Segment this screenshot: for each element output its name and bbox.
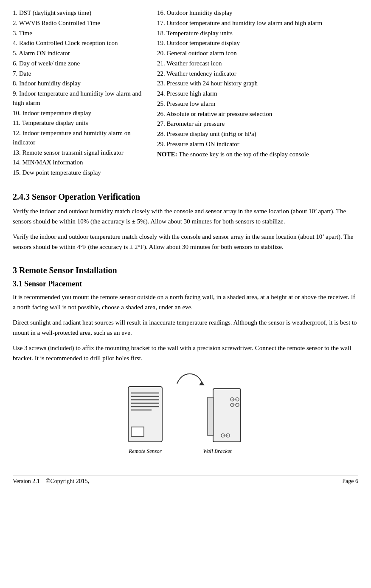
sensor-diagram: Remote Sensor Wall Br (13, 372, 358, 458)
right-col-item: 27. Barometer air pressure (157, 119, 358, 129)
left-col-item: 8. Indoor humidity display (13, 79, 153, 88)
right-col-item: 16. Outdoor humidity display (157, 8, 358, 18)
right-col-item: NOTE: The snooze key is on the top of th… (157, 150, 358, 159)
left-col-item: 5. Alarm ON indicator (13, 49, 153, 58)
right-col-item: 21. Weather forecast icon (157, 59, 358, 68)
remote-sensor-label: Remote Sensor (129, 448, 162, 455)
diagram-images: Remote Sensor Wall Br (126, 384, 245, 455)
right-col-item: 28. Pressure display unit (inHg or hPa) (157, 130, 358, 139)
wall-bracket-svg (190, 384, 245, 446)
right-col-item: 25. Pressure low alarm (157, 99, 358, 109)
footer-version: Version 2.1 ©Copyright 2015, (13, 478, 89, 485)
left-col-item: 11. Temperature display units (13, 119, 153, 128)
right-col-item: 17. Outdoor temperature and humidity low… (157, 19, 358, 28)
right-col-item: 19. Outdoor temperature display (157, 39, 358, 48)
left-col-item: 10. Indoor temperature display (13, 109, 153, 118)
left-col-item: 6. Day of week/ time zone (13, 59, 153, 68)
right-col-item: 22. Weather tendency indicator (157, 69, 358, 79)
footer-page: Page 6 (342, 478, 358, 485)
svg-rect-16 (208, 397, 214, 435)
left-col-item: 13. Remote sensor transmit signal indica… (13, 148, 153, 158)
left-column: 1. DST (daylight savings time)2. WWVB Ra… (13, 8, 157, 178)
section-31-para3: Use 3 screws (included) to affix the mou… (13, 343, 358, 363)
left-col-item: 1. DST (daylight savings time) (13, 8, 153, 18)
left-col-item: 4. Radio Controlled Clock reception icon (13, 39, 153, 48)
left-col-item: 14. MIN/MAX information (13, 158, 153, 167)
section-243-heading: 2.4.3 Sensor Operation Verification (13, 192, 358, 202)
section-3-heading: 3 Remote Sensor Installation (13, 266, 358, 275)
section-243-para2: Verify the indoor and outdoor temperatur… (13, 232, 358, 252)
right-column: 16. Outdoor humidity display17. Outdoor … (157, 8, 358, 178)
right-col-item: 24. Pressure high alarm (157, 89, 358, 99)
section-243-para1: Verify the indoor and outdoor humidity m… (13, 206, 358, 226)
section-31-para1: It is recommended you mount the remote s… (13, 292, 358, 312)
page-footer: Version 2.1 ©Copyright 2015, Page 6 (13, 475, 358, 485)
wall-bracket-box: Wall Bracket (190, 384, 245, 455)
remote-sensor-box: Remote Sensor (126, 384, 164, 455)
section-31: 3.1 Sensor Placement It is recommended y… (13, 280, 358, 363)
section-31-para2: Direct sunlight and radiant heat sources… (13, 317, 358, 338)
left-col-item: 2. WWVB Radio Controlled Time (13, 19, 153, 28)
left-col-item: 7. Date (13, 69, 153, 79)
right-col-item: 23. Pressure with 24 hour history graph (157, 79, 358, 88)
right-col-item: 18. Temperature display units (157, 29, 358, 38)
left-col-item: 12. Indoor temperature and humidity alar… (13, 129, 153, 147)
section-31-heading: 3.1 Sensor Placement (13, 280, 358, 288)
right-col-item: 20. General outdoor alarm icon (157, 49, 358, 58)
wall-bracket-label: Wall Bracket (203, 448, 231, 455)
left-col-item: 15. Dew point temperature display (13, 168, 153, 178)
right-col-item: 29. Pressure alarm ON indicator (157, 140, 358, 149)
svg-rect-8 (131, 427, 144, 436)
right-col-item: 26. Absolute or relative air pressure se… (157, 110, 358, 119)
feature-list: 1. DST (daylight savings time)2. WWVB Ra… (13, 8, 358, 178)
left-col-item: 3. Time (13, 29, 153, 38)
remote-sensor-svg (126, 384, 164, 446)
section-3: 3 Remote Sensor Installation (13, 266, 358, 275)
section-243: 2.4.3 Sensor Operation Verification Veri… (13, 192, 358, 252)
left-col-item: 9. Indoor temperature and humidity low a… (13, 89, 153, 108)
